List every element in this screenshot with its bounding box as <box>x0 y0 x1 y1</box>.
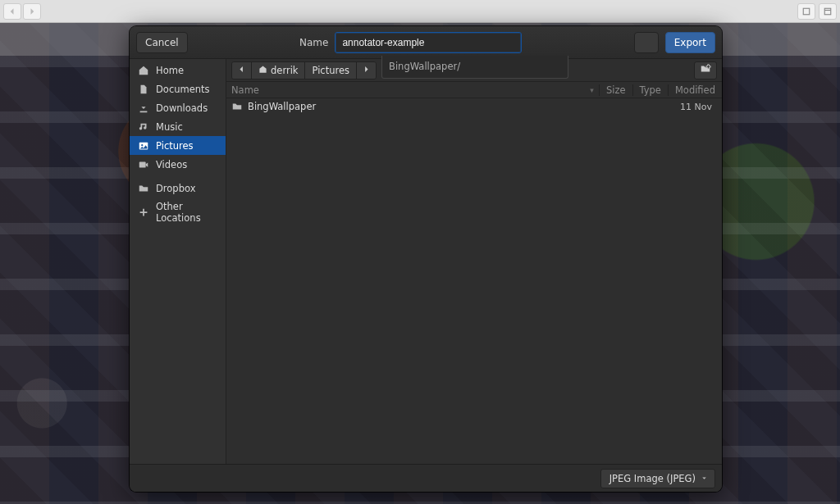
plus-icon <box>138 207 149 218</box>
name-label: Name <box>299 37 328 48</box>
list-item[interactable]: BingWallpaper 11 Nov <box>226 98 722 115</box>
pathbar: derrik Pictures BingWallpaper/ <box>226 59 722 82</box>
dialog-footer: JPEG Image (JPEG) <box>130 464 722 492</box>
folder-icon <box>138 183 149 194</box>
sidebar-item-documents[interactable]: Documents <box>130 79 226 98</box>
sidebar-item-home[interactable]: Home <box>130 61 226 79</box>
sidebar-item-label: Downloads <box>156 102 208 114</box>
window-top-toolbar <box>0 0 840 23</box>
column-modified[interactable]: Modified <box>668 84 722 96</box>
file-name: BingWallpaper <box>248 101 680 112</box>
path-segment-pictures[interactable]: Pictures <box>305 62 357 79</box>
path-segment-label: derrik <box>271 65 298 76</box>
sidebar-item-music[interactable]: Music <box>130 117 226 136</box>
download-icon <box>138 102 149 114</box>
sidebar-item-other-locations[interactable]: Other Locations <box>130 202 226 221</box>
sidebar-item-label: Pictures <box>156 140 194 152</box>
file-save-dialog: Cancel Name Export Home Documents Downlo… <box>130 26 722 492</box>
pictures-icon <box>138 140 149 152</box>
videos-icon <box>138 159 149 170</box>
cancel-button[interactable]: Cancel <box>136 32 188 53</box>
file-modified: 11 Nov <box>680 102 717 112</box>
new-folder-button[interactable] <box>694 61 717 79</box>
svg-point-4 <box>141 143 143 145</box>
column-type[interactable]: Type <box>632 84 668 96</box>
sidebar-item-label: Home <box>156 65 184 76</box>
sidebar-item-label: Videos <box>156 159 187 170</box>
search-button[interactable] <box>634 32 659 53</box>
sidebar-item-label: Other Locations <box>156 201 217 224</box>
svg-rect-5 <box>139 161 146 167</box>
file-list-panel: derrik Pictures BingWallpaper/ Name <box>226 59 722 464</box>
svg-rect-0 <box>803 8 810 15</box>
sidebar-item-label: Music <box>156 121 183 133</box>
sidebar-item-videos[interactable]: Videos <box>130 155 226 174</box>
file-list[interactable]: BingWallpaper 11 Nov <box>226 98 722 464</box>
filename-input[interactable] <box>335 32 522 53</box>
back-button[interactable] <box>3 3 21 20</box>
filename-suggestion[interactable]: BingWallpaper/ <box>381 56 568 79</box>
path-forward-button[interactable] <box>357 62 376 79</box>
sidebar-item-pictures[interactable]: Pictures <box>130 136 226 155</box>
home-icon <box>258 65 267 76</box>
sidebar-item-downloads[interactable]: Downloads <box>130 98 226 117</box>
format-selector[interactable]: JPEG Image (JPEG) <box>600 469 715 488</box>
window-action-2[interactable] <box>819 3 837 20</box>
sidebar-item-label: Documents <box>156 84 210 95</box>
dialog-headerbar: Cancel Name Export <box>130 26 722 59</box>
sidebar-item-dropbox[interactable]: Dropbox <box>130 179 226 198</box>
new-folder-icon <box>700 63 711 77</box>
sort-indicator-icon: ▾ <box>590 86 594 94</box>
format-label: JPEG Image (JPEG) <box>609 473 696 484</box>
sidebar-item-label: Dropbox <box>156 183 195 194</box>
home-icon <box>138 65 149 76</box>
svg-rect-1 <box>824 8 831 15</box>
window-action-1[interactable] <box>797 3 815 20</box>
export-button[interactable]: Export <box>665 32 715 53</box>
folder-icon <box>231 101 243 112</box>
path-back-button[interactable] <box>232 62 252 79</box>
column-size[interactable]: Size <box>599 84 632 96</box>
path-segment-home[interactable]: derrik <box>252 62 305 79</box>
list-header: Name ▾ Size Type Modified <box>226 82 722 98</box>
forward-button[interactable] <box>23 3 41 20</box>
chevron-right-icon <box>362 65 371 76</box>
column-name[interactable]: Name <box>231 84 259 96</box>
chevron-down-icon <box>701 473 708 484</box>
music-icon <box>138 121 149 133</box>
documents-icon <box>138 84 149 95</box>
chevron-left-icon <box>237 65 246 76</box>
places-sidebar: Home Documents Downloads Music Pictures … <box>130 59 226 464</box>
path-segment-label: Pictures <box>312 65 349 76</box>
